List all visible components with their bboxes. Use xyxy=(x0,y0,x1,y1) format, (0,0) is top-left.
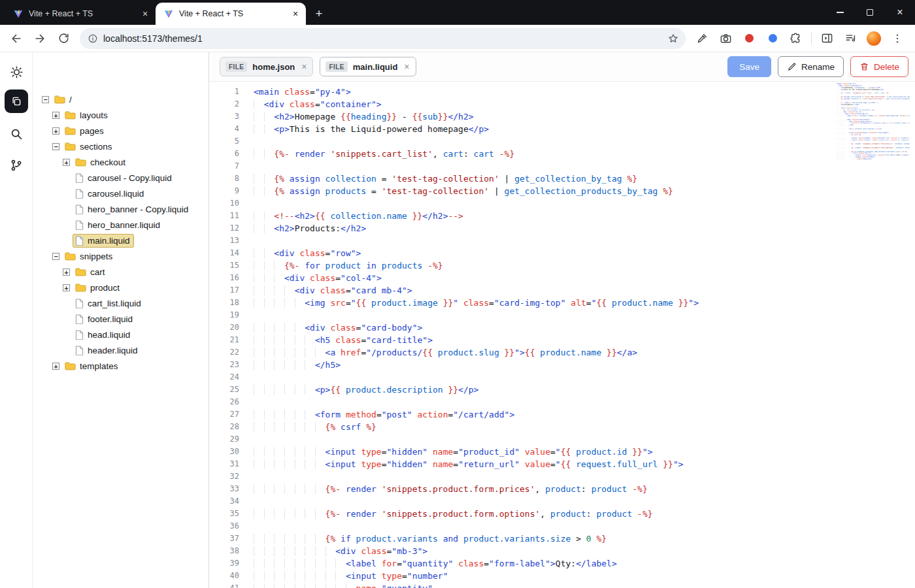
code-line: 34 xyxy=(209,495,915,508)
close-window-button[interactable]: × xyxy=(885,0,915,25)
line-number: 33 xyxy=(209,483,239,495)
expander-icon[interactable]: − xyxy=(52,143,59,150)
screenshot-icon[interactable] xyxy=(714,27,737,50)
code-line: 2 <div class="container"> xyxy=(209,98,915,110)
rename-button[interactable]: Rename xyxy=(778,56,844,77)
code-line: 18 <img src="{{ product.image }}" class=… xyxy=(209,297,915,309)
site-info-icon[interactable] xyxy=(88,33,98,44)
code-lines: 1<main class="py-4">2 <div class="contai… xyxy=(209,86,915,588)
browser-menu-icon[interactable] xyxy=(886,27,908,50)
line-number: 4 xyxy=(209,123,239,135)
expander-icon[interactable]: + xyxy=(63,269,70,276)
folder-icon xyxy=(75,283,86,292)
browser-tab-2[interactable]: Vite + React + TS × xyxy=(156,3,306,25)
tree-item-cart[interactable]: +cart xyxy=(33,264,208,280)
search-button[interactable] xyxy=(5,122,28,146)
delete-button[interactable]: Delete xyxy=(850,56,908,77)
tree-item-root[interactable]: −/ xyxy=(33,91,208,107)
code-editor[interactable]: 1<main class="py-4">2 <div class="contai… xyxy=(209,82,915,588)
line-number: 16 xyxy=(209,272,239,284)
expander-icon[interactable]: − xyxy=(42,96,49,103)
media-list-icon[interactable] xyxy=(839,27,861,50)
line-number: 36 xyxy=(209,520,239,532)
tree-item-head-liquid[interactable]: head.liquid xyxy=(33,327,208,342)
expander-placeholder xyxy=(63,190,70,197)
tree-item-snippets[interactable]: −snippets xyxy=(33,248,208,264)
tree-item-carousel-liquid[interactable]: carousel.liquid xyxy=(33,186,208,201)
tree-item-label: head.liquid xyxy=(88,330,130,340)
collections-button[interactable] xyxy=(5,90,28,113)
new-tab-button[interactable]: + xyxy=(310,5,328,23)
expander-icon[interactable]: + xyxy=(52,363,59,370)
extensions-icon[interactable] xyxy=(785,27,807,50)
back-button[interactable] xyxy=(5,27,27,50)
profile-avatar[interactable] xyxy=(863,27,885,50)
line-number: 7 xyxy=(209,160,239,172)
browser-tab-1[interactable]: Vite + React + TS × xyxy=(5,3,156,25)
tree-item-label: main.liquid xyxy=(88,236,130,246)
tree-item-pages[interactable]: +pages xyxy=(33,123,208,139)
close-icon[interactable]: × xyxy=(404,61,409,72)
minimize-button[interactable] xyxy=(825,0,855,25)
reload-button[interactable] xyxy=(52,27,75,50)
tree-item-label: product xyxy=(90,283,120,293)
app-rail xyxy=(0,52,33,588)
code-line: 21 <h5 class="card-title"> xyxy=(209,334,915,346)
tree-item-label: cart xyxy=(90,267,105,277)
tree-item-sections[interactable]: −sections xyxy=(33,139,208,154)
expander-icon[interactable]: + xyxy=(52,112,59,119)
line-number: 1 xyxy=(209,86,239,98)
line-number: 21 xyxy=(209,334,239,346)
record-icon[interactable] xyxy=(738,27,760,50)
code-line: 19 xyxy=(209,309,915,321)
tab-close-icon[interactable]: × xyxy=(140,8,150,19)
git-branch-button[interactable] xyxy=(5,154,28,177)
code-line: 27 <form method="post" action="/cart/add… xyxy=(209,408,915,421)
line-number: 14 xyxy=(209,247,239,259)
tree-item-main-liquid[interactable]: main.liquid xyxy=(33,233,208,248)
status-dot-icon[interactable] xyxy=(761,27,784,50)
omnibox[interactable] xyxy=(80,28,686,49)
maximize-button[interactable] xyxy=(855,0,885,25)
line-number: 19 xyxy=(209,309,239,321)
pencil-icon xyxy=(787,62,797,72)
expander-icon[interactable]: − xyxy=(52,253,59,260)
toolbar-divider xyxy=(811,33,812,44)
code-line: 26 xyxy=(209,396,915,408)
forward-button[interactable] xyxy=(29,27,51,50)
tree-item-label: footer.liquid xyxy=(88,314,133,324)
url-input[interactable] xyxy=(103,33,662,44)
tree-item-cart-list-liquid[interactable]: cart_list.liquid xyxy=(33,295,208,311)
tree-item-carousel-copy-liquid[interactable]: carousel - Copy.liquid xyxy=(33,170,208,186)
code-line: 25 <p>{{ product.description }}</p> xyxy=(209,384,915,396)
tree-item-checkout[interactable]: +checkout xyxy=(33,154,208,170)
color-picker-icon[interactable] xyxy=(691,27,713,50)
tree-item-product[interactable]: +product xyxy=(33,280,208,295)
tree-item-label: hero_banner - Copy.liquid xyxy=(88,204,188,214)
code-line: 14 <div class="row"> xyxy=(209,247,915,259)
file-tab-main-liquid[interactable]: FILE main.liquid × xyxy=(320,57,416,76)
theme-toggle-button[interactable] xyxy=(5,60,28,84)
expander-icon[interactable]: + xyxy=(52,127,59,135)
tree-item-hero-banner-liquid[interactable]: hero_banner.liquid xyxy=(33,217,208,233)
tab-close-icon[interactable]: × xyxy=(290,8,301,19)
close-icon[interactable]: × xyxy=(301,61,307,72)
file-tab-home-json[interactable]: FILE home.json × xyxy=(220,57,313,76)
expander-placeholder xyxy=(63,347,70,354)
line-number: 24 xyxy=(209,371,239,384)
line-number: 41 xyxy=(209,582,239,588)
minimap[interactable]: <main class="py-4"> <div class="containe… xyxy=(837,83,910,160)
save-button[interactable]: Save xyxy=(727,56,771,77)
bookmark-star-icon[interactable] xyxy=(667,33,679,44)
copy-icon xyxy=(10,95,22,107)
expander-icon[interactable]: + xyxy=(63,284,70,291)
tree-item-hero-banner-copy-liquid[interactable]: hero_banner - Copy.liquid xyxy=(33,201,208,217)
expander-icon[interactable]: + xyxy=(63,159,70,166)
tree-item-templates[interactable]: +templates xyxy=(33,358,208,374)
tree-item-layouts[interactable]: +layouts xyxy=(33,107,208,123)
tree-item-footer-liquid[interactable]: footer.liquid xyxy=(33,311,208,327)
file-icon xyxy=(75,220,84,230)
tree-item-header-liquid[interactable]: header.liquid xyxy=(33,342,208,358)
folder-icon xyxy=(65,110,76,120)
side-panel-icon[interactable] xyxy=(816,27,838,50)
